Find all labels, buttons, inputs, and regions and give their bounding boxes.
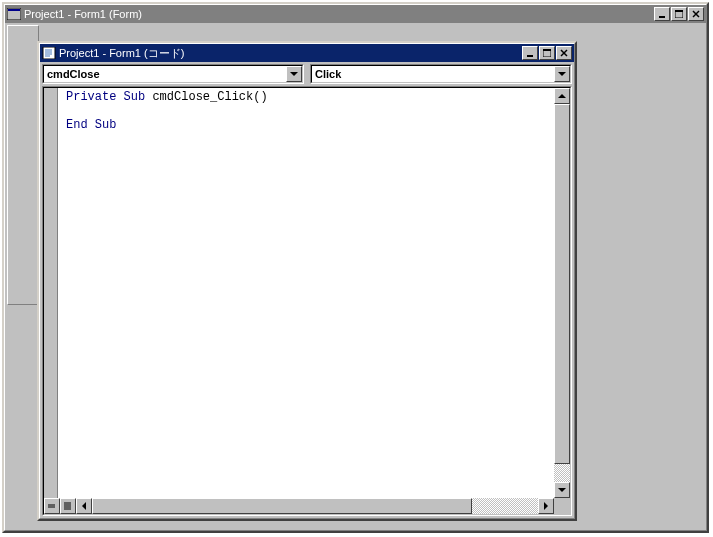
code-editor-window: Project1 - Form1 (コード) cmdClose [37,41,577,521]
editor-frame: Private Sub cmdClose_Click() End Sub [42,86,572,516]
code-close-button[interactable] [556,46,572,60]
code-proc-name: cmdClose_Click() [145,90,267,104]
form-design-grid[interactable] [7,25,39,305]
minimize-button[interactable] [654,7,670,21]
kw-private-sub: Private Sub [66,90,145,104]
code-title: Project1 - Form1 (コード) [59,46,521,61]
object-dropdown-value: cmdClose [47,68,100,80]
vertical-scroll-thumb[interactable] [554,104,570,464]
chevron-down-icon [554,66,570,82]
vertical-scrollbar[interactable] [554,88,570,498]
procedure-view-button[interactable] [44,498,60,514]
scroll-up-button[interactable] [554,88,570,104]
close-button[interactable] [688,7,704,21]
svg-rect-4 [675,10,683,12]
indicator-margin[interactable] [44,88,58,498]
code-module-icon [42,46,56,60]
procedure-dropdown[interactable]: Click [310,64,572,84]
chevron-down-icon [286,66,302,82]
svg-rect-14 [543,49,551,51]
svg-rect-2 [659,16,665,18]
kw-end-sub: End Sub [66,118,116,132]
scroll-right-button[interactable] [538,498,554,514]
scroll-left-button[interactable] [76,498,92,514]
object-dropdown[interactable]: cmdClose [42,64,304,84]
horizontal-scroll-track[interactable] [472,498,538,514]
outer-titlebar[interactable]: Project1 - Form1 (Form) [5,5,706,23]
form-designer-window: Project1 - Form1 (Form) Project1 - Form1… [2,2,709,533]
full-module-view-button[interactable] [60,498,76,514]
code-minimize-button[interactable] [522,46,538,60]
scroll-down-button[interactable] [554,482,570,498]
svg-rect-12 [527,55,533,57]
vertical-scroll-track[interactable] [554,464,570,482]
horizontal-scrollbar[interactable] [44,498,570,514]
scroll-corner [554,498,570,514]
outer-title: Project1 - Form1 (Form) [24,8,653,20]
code-maximize-button[interactable] [539,46,555,60]
procedure-dropdown-value: Click [315,68,341,80]
svg-rect-7 [43,47,55,59]
svg-rect-1 [8,9,20,11]
maximize-button[interactable] [671,7,687,21]
code-text-area[interactable]: Private Sub cmdClose_Click() End Sub [58,88,554,498]
code-titlebar[interactable]: Project1 - Form1 (コード) [40,44,574,62]
horizontal-scroll-thumb[interactable] [92,498,472,514]
form-icon [7,7,21,21]
